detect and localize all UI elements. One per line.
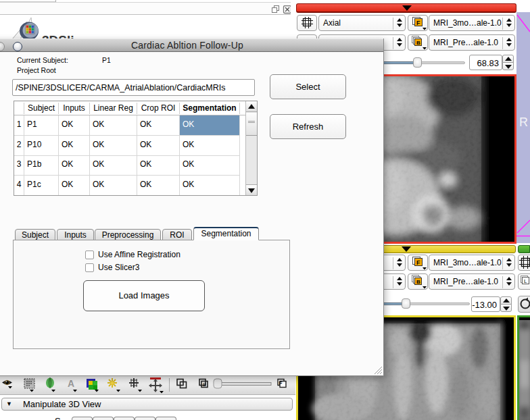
svg-text:B: B — [203, 382, 206, 387]
svg-text:B: B — [416, 40, 420, 46]
svg-text:3DSli: 3DSli — [42, 33, 74, 38]
svg-text:B: B — [416, 279, 420, 285]
svg-text:A: A — [68, 378, 74, 389]
svg-text:F: F — [279, 380, 283, 386]
svg-text:L: L — [524, 278, 527, 284]
svg-text:F: F — [416, 20, 420, 26]
svg-text:F: F — [416, 259, 420, 266]
